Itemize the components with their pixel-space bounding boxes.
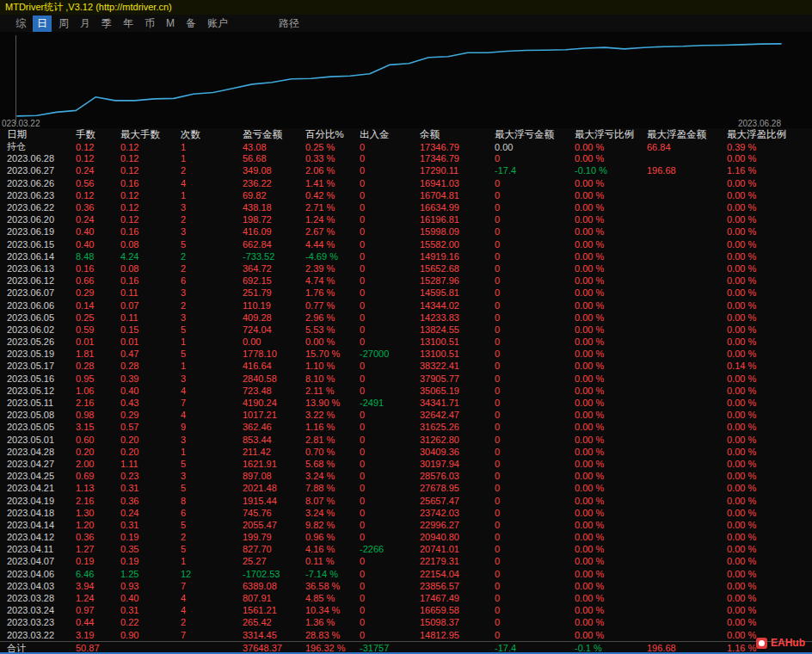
column-header-6[interactable]: 出入金 bbox=[360, 128, 420, 141]
cell: 0.00 % bbox=[575, 190, 647, 201]
cell: 2023.04.21 bbox=[7, 483, 76, 493]
cell: 0.00 % bbox=[575, 605, 647, 615]
column-header-4[interactable]: 盈亏金额 bbox=[243, 128, 305, 141]
menu-tab-currency[interactable]: 币 bbox=[140, 15, 159, 32]
column-header-9[interactable]: 最大浮亏比例 bbox=[575, 128, 647, 141]
cell: 0.56 bbox=[76, 178, 120, 188]
cell: 3 bbox=[181, 435, 243, 445]
table-row: 2023.05.160.950.3932840.588.10 %037905.7… bbox=[0, 373, 812, 385]
cell: 0 bbox=[360, 617, 420, 627]
cell: 2023.06.22 bbox=[7, 202, 76, 213]
cell: 37905.77 bbox=[420, 373, 495, 384]
cell: 3 bbox=[181, 471, 243, 481]
cell: 16941.03 bbox=[420, 178, 495, 188]
cell: 2023.06.20 bbox=[7, 214, 76, 225]
cell: 0.00 % bbox=[575, 178, 647, 188]
cell: 0 bbox=[495, 569, 575, 579]
menu-tab-note[interactable]: 备 bbox=[181, 15, 200, 32]
column-header-1[interactable]: 手数 bbox=[76, 128, 120, 141]
cell: 0.60 bbox=[76, 435, 120, 445]
cell: 14344.02 bbox=[420, 300, 495, 311]
menu-tab-path[interactable]: 路径 bbox=[274, 15, 304, 32]
cell: 662.84 bbox=[243, 239, 305, 250]
cell: 0.00 % bbox=[727, 202, 812, 213]
cell: 438.18 bbox=[243, 202, 305, 213]
cell: 0 bbox=[495, 349, 575, 359]
cell: 0.01 bbox=[76, 336, 120, 347]
cell: 0.43 bbox=[120, 398, 181, 408]
cell: 0 bbox=[360, 300, 420, 311]
column-header-5[interactable]: 百分比% bbox=[305, 128, 360, 141]
cell: 416.64 bbox=[243, 361, 305, 371]
cell: 69.82 bbox=[243, 190, 305, 201]
cell: 0.12 bbox=[120, 153, 181, 164]
table-row: 2023.06.280.120.12156.680.33 %017346.790… bbox=[0, 152, 812, 164]
cell: 0.00 % bbox=[575, 324, 647, 335]
cell: 0 bbox=[495, 361, 575, 371]
table-row: 2023.05.170.280.281416.641.10 %038322.41… bbox=[0, 360, 812, 372]
cell: 0.69 bbox=[76, 471, 120, 481]
cell: 0 bbox=[495, 251, 575, 262]
cell: 0.00 % bbox=[727, 324, 812, 335]
menu-tab-week[interactable]: 周 bbox=[54, 15, 73, 32]
title-bar[interactable]: MTDriver统计 ,V3.12 (http://mtdriver.cn) bbox=[0, 0, 812, 15]
cell: 0.00 % bbox=[575, 214, 647, 225]
cell: 20741.01 bbox=[420, 544, 495, 554]
cell: 0.07 bbox=[120, 300, 181, 311]
cell: 16634.99 bbox=[420, 202, 495, 213]
cell: 0.00 % bbox=[727, 239, 812, 250]
cell: 0.00 % bbox=[575, 569, 647, 579]
cell: 0.00 % bbox=[727, 287, 812, 298]
menu-tab-year[interactable]: 年 bbox=[119, 15, 138, 32]
column-header-11[interactable]: 最大浮盈比例 bbox=[727, 128, 812, 141]
cell: 0 bbox=[495, 373, 575, 384]
cell: 0.66 bbox=[76, 275, 120, 286]
column-header-10[interactable]: 最大浮盈金额 bbox=[647, 128, 727, 141]
menu-tab-quarter[interactable]: 季 bbox=[97, 15, 116, 32]
cell: 0 bbox=[360, 447, 420, 457]
cell: 0.28 bbox=[76, 361, 120, 371]
cell: 0 bbox=[495, 447, 575, 457]
cell: 0.00 % bbox=[727, 544, 812, 554]
column-header-7[interactable]: 余额 bbox=[420, 128, 495, 141]
cell: 0.93 bbox=[120, 581, 181, 591]
cell: 0 bbox=[495, 386, 575, 396]
cell: 0.00 % bbox=[727, 214, 812, 225]
cell: -17.4 bbox=[495, 643, 575, 653]
column-header-3[interactable]: 次数 bbox=[181, 128, 243, 141]
cell: 0.40 bbox=[76, 226, 120, 237]
cell: 1.11 bbox=[120, 459, 181, 469]
table-row: 2023.04.120.360.192199.790.96 %020940.80… bbox=[0, 531, 812, 543]
cell: 0 bbox=[495, 520, 575, 530]
column-header-2[interactable]: 最大手数 bbox=[120, 128, 181, 141]
cell: 0.11 bbox=[120, 287, 181, 298]
cell: 0.00 % bbox=[575, 410, 647, 420]
cell: 14595.81 bbox=[420, 287, 495, 298]
cell: 0 bbox=[360, 361, 420, 371]
cell: 0.00 % bbox=[575, 630, 647, 640]
cell: 196.32 % bbox=[305, 643, 360, 653]
column-header-0[interactable]: 日期 bbox=[7, 128, 76, 141]
menu-tab-zong[interactable]: 综 bbox=[11, 15, 30, 32]
menu-tab-day[interactable]: 日 bbox=[33, 15, 52, 32]
cell: 0 bbox=[360, 496, 420, 506]
cell: 0.00 % bbox=[727, 556, 812, 566]
menu-tab-account[interactable]: 账户 bbox=[203, 15, 232, 32]
menu-tab-m[interactable]: M bbox=[162, 16, 179, 30]
cell: 2023.04.25 bbox=[7, 471, 76, 481]
menu-tab-month[interactable]: 月 bbox=[76, 15, 95, 32]
cell: 0.00 % bbox=[727, 508, 812, 518]
cell: 1017.21 bbox=[243, 410, 305, 420]
cell: 2023.05.01 bbox=[7, 435, 76, 445]
cell: 8 bbox=[181, 496, 243, 506]
cell: 0.12 bbox=[120, 190, 181, 201]
cell: 0.00 % bbox=[575, 153, 647, 164]
column-header-8[interactable]: 最大浮亏金额 bbox=[495, 128, 575, 141]
table-row: 2023.06.150.400.085662.844.44 %015582.00… bbox=[0, 238, 812, 250]
cell: 0.00 bbox=[495, 142, 575, 152]
cell: 0 bbox=[360, 581, 420, 591]
cell: 2023.04.03 bbox=[7, 581, 76, 591]
table-row: 2023.06.130.160.082364.722.39 %015652.68… bbox=[0, 262, 812, 275]
cell: 6 bbox=[181, 508, 243, 518]
cell: 362.46 bbox=[243, 422, 305, 432]
